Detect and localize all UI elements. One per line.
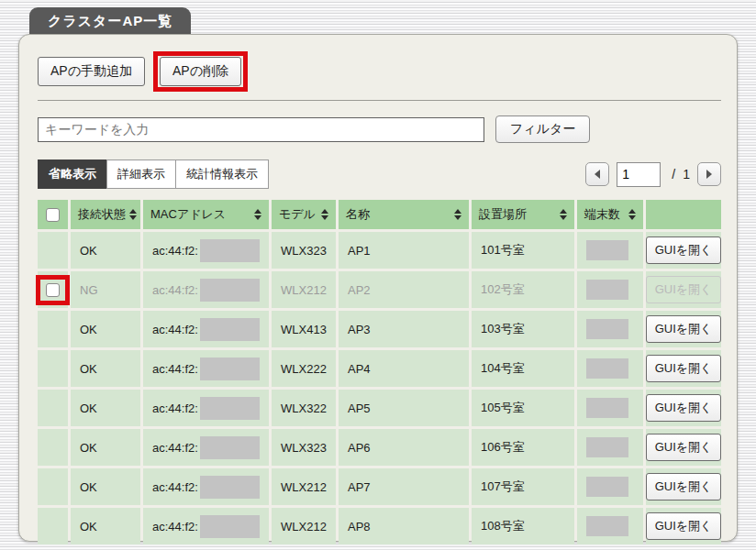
redacted-mac-value [200,515,260,538]
model-cell: WLX212 [272,271,336,308]
gui-button-cell: GUIを開く [646,271,721,308]
redacted-mac-value [200,397,260,420]
name-cell: AP3 [339,311,469,347]
name-cell: AP7 [339,468,469,505]
location-cell: 103号室 [472,311,574,347]
column-header-terminal-count[interactable]: 端末数 [577,200,643,229]
name-cell: AP5 [339,390,469,426]
toolbar: APの手動追加 APの削除 [38,53,721,90]
mac-cell: ac:44:f2: [143,508,269,544]
tab-stats-view[interactable]: 統計情報表示 [175,160,269,189]
gui-open-button[interactable]: GUIを開く [646,394,722,422]
gui-open-button[interactable]: GUIを開く [646,434,722,461]
terminal-count-cell [577,508,643,544]
table-row: OK ac:44:f2: WLX322 AP5 105号室 GUIを開く [38,390,721,426]
row-checkbox[interactable] [46,283,60,297]
location-cell: 108号室 [472,508,574,544]
location-cell: 101号室 [472,232,574,269]
column-header-mac[interactable]: MACアドレス [143,200,269,229]
delete-highlight-box: APの削除 [153,51,248,92]
gui-button-cell: GUIを開く [646,232,721,269]
gui-open-button[interactable]: GUIを開く [646,355,722,382]
mac-cell: ac:44:f2: [143,311,269,347]
tab-summary-view[interactable]: 省略表示 [38,160,107,189]
row-select-cell [38,350,68,387]
mac-cell: ac:44:f2: [143,468,269,505]
add-ap-button[interactable]: APの手動追加 [38,57,145,86]
checkbox-highlight-box [36,275,70,305]
terminal-count-cell [577,429,643,466]
gui-button-cell: GUIを開く [646,508,721,544]
view-tabs: 省略表示 詳細表示 統計情報表示 [38,160,269,189]
status-cell: OK [71,508,140,544]
column-header-actions [646,200,721,229]
table-row: OK ac:44:f2: WLX222 AP4 104号室 GUIを開く [38,350,721,387]
name-cell: AP8 [339,508,469,544]
name-cell: AP2 [339,271,469,308]
redacted-mac-value [200,279,260,302]
delete-ap-button[interactable]: APの削除 [160,57,241,86]
gui-open-button[interactable]: GUIを開く [646,473,722,500]
row-select-cell [38,232,68,269]
redacted-terminal-count [586,240,628,260]
model-cell: WLX322 [272,390,336,426]
row-select-cell [38,390,68,426]
redacted-terminal-count [586,398,628,418]
sort-icon [560,209,567,220]
gui-button-cell: GUIを開く [646,468,721,505]
redacted-mac-value [200,476,260,499]
name-cell: AP6 [339,429,469,466]
gui-open-button[interactable]: GUIを開く [646,315,722,343]
location-cell: 104号室 [472,350,574,387]
filter-row: フィルター [38,116,721,143]
pagination: / 1 [585,162,721,187]
page-total: 1 [683,167,690,182]
gui-open-button[interactable]: GUIを開く [646,236,722,264]
status-cell: OK [71,468,140,505]
location-cell: 105号室 [472,390,574,426]
redacted-terminal-count [586,516,628,536]
keyword-input[interactable] [38,117,484,142]
location-cell: 106号室 [472,429,574,466]
gui-open-button[interactable]: GUIを開く [646,276,722,303]
tab-detail-view[interactable]: 詳細表示 [106,160,176,189]
filter-button[interactable]: フィルター [495,116,590,143]
redacted-terminal-count [586,319,628,339]
mac-cell: ac:44:f2: [143,429,269,466]
select-all-checkbox[interactable] [46,208,60,222]
model-cell: WLX323 [272,232,336,269]
row-select-cell [38,311,68,347]
model-cell: WLX413 [272,311,336,347]
redacted-terminal-count [586,437,628,457]
select-all-cell [38,200,68,229]
model-cell: WLX212 [272,468,336,505]
mac-cell: ac:44:f2: [143,271,269,308]
toolbar-divider [38,100,721,101]
table-row: OK ac:44:f2: WLX212 AP8 108号室 GUIを開く [38,508,721,544]
sort-icon [628,209,636,220]
terminal-count-cell [577,350,643,387]
sort-icon [254,209,261,220]
column-header-model[interactable]: モデル [272,200,336,229]
redacted-terminal-count [586,358,628,379]
model-cell: WLX212 [272,508,336,544]
gui-open-button[interactable]: GUIを開く [646,512,722,540]
prev-page-button[interactable] [585,162,609,186]
column-header-status[interactable]: 接続状態 [71,200,140,229]
column-header-location[interactable]: 設置場所 [472,200,574,229]
status-cell: OK [71,429,140,466]
page-number-input[interactable] [617,162,661,187]
terminal-count-cell [577,232,643,269]
tabs-row: 省略表示 詳細表示 統計情報表示 / 1 [38,160,721,189]
terminal-count-cell [577,311,643,347]
status-cell: OK [71,311,140,347]
status-cell: OK [71,232,140,269]
next-page-button[interactable] [697,162,721,186]
redacted-terminal-count [586,280,628,300]
table-row: OK ac:44:f2: WLX323 AP6 106号室 GUIを開く [38,429,721,466]
redacted-terminal-count [586,477,628,497]
row-select-cell [38,271,68,308]
column-header-name[interactable]: 名称 [339,200,469,229]
page-separator: / [672,167,675,182]
terminal-count-cell [577,271,643,308]
